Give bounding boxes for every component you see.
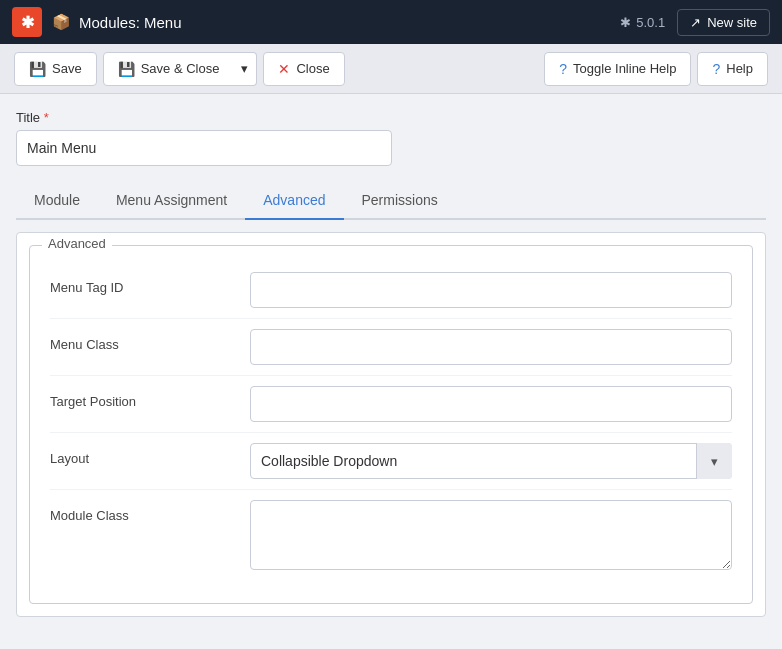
layout-label: Layout <box>50 443 250 466</box>
layout-row: Layout Collapsible Dropdown Default List… <box>50 433 732 490</box>
tab-permissions[interactable]: Permissions <box>344 182 456 220</box>
menu-class-field <box>250 329 732 365</box>
tab-module[interactable]: Module <box>16 182 98 220</box>
menu-tag-id-input[interactable] <box>250 272 732 308</box>
save-icon: 💾 <box>29 61 46 77</box>
save-label: Save <box>52 61 82 76</box>
version-number: 5.0.1 <box>636 15 665 30</box>
save-close-icon: 💾 <box>118 61 135 77</box>
title-label: Title * <box>16 110 766 125</box>
menu-class-row: Menu Class <box>50 319 732 376</box>
tab-advanced[interactable]: Advanced <box>245 182 343 220</box>
advanced-fieldset: Advanced Menu Tag ID Menu Class Target P… <box>29 245 753 604</box>
tab-menu-assignment[interactable]: Menu Assignment <box>98 182 245 220</box>
menu-tag-id-field <box>250 272 732 308</box>
module-class-label: Module Class <box>50 500 250 523</box>
new-site-button[interactable]: ↗ New site <box>677 9 770 36</box>
target-position-field <box>250 386 732 422</box>
target-position-label: Target Position <box>50 386 250 409</box>
module-icon: 📦 <box>52 13 71 31</box>
menu-tag-id-label: Menu Tag ID <box>50 272 250 295</box>
save-close-button[interactable]: 💾 Save & Close <box>103 52 235 86</box>
page-title: 📦 Modules: Menu <box>52 13 182 31</box>
save-button[interactable]: 💾 Save <box>14 52 97 86</box>
toggle-help-label: Toggle Inline Help <box>573 61 676 76</box>
required-indicator: * <box>44 110 49 125</box>
layout-field: Collapsible Dropdown Default List ▾ <box>250 443 732 479</box>
menu-class-input[interactable] <box>250 329 732 365</box>
layout-select-wrap: Collapsible Dropdown Default List ▾ <box>250 443 732 479</box>
menu-tag-id-row: Menu Tag ID <box>50 262 732 319</box>
module-class-field <box>250 500 732 573</box>
save-dropdown-button[interactable]: ▾ <box>233 52 257 86</box>
title-row: Title * <box>16 110 766 166</box>
close-button[interactable]: ✕ Close <box>263 52 344 86</box>
target-position-row: Target Position <box>50 376 732 433</box>
toggle-help-icon: ? <box>559 61 567 77</box>
version-info: ✱ 5.0.1 <box>620 15 665 30</box>
module-class-textarea[interactable] <box>250 500 732 570</box>
save-close-label: Save & Close <box>141 61 220 76</box>
help-button[interactable]: ? Help <box>697 52 768 86</box>
joomla-logo: ✱ <box>12 7 42 37</box>
toggle-inline-help-button[interactable]: ? Toggle Inline Help <box>544 52 691 86</box>
toolbar: 💾 Save 💾 Save & Close ▾ ✕ Close ? Toggle… <box>0 44 782 94</box>
close-icon: ✕ <box>278 61 290 77</box>
page-title-text: Modules: Menu <box>79 14 182 31</box>
main-content: Title * Module Menu Assignment Advanced … <box>0 94 782 633</box>
newsite-icon: ↗ <box>690 15 701 30</box>
title-input[interactable] <box>16 130 392 166</box>
logo-symbol: ✱ <box>21 13 34 32</box>
tab-bar: Module Menu Assignment Advanced Permissi… <box>16 182 766 220</box>
dropdown-icon: ▾ <box>241 61 248 76</box>
target-position-input[interactable] <box>250 386 732 422</box>
layout-select[interactable]: Collapsible Dropdown Default List <box>250 443 732 479</box>
advanced-legend: Advanced <box>42 236 112 251</box>
module-class-row: Module Class <box>50 490 732 583</box>
close-label: Close <box>296 61 329 76</box>
topbar: ✱ 📦 Modules: Menu ✱ 5.0.1 ↗ New site <box>0 0 782 44</box>
newsite-label: New site <box>707 15 757 30</box>
help-label: Help <box>726 61 753 76</box>
help-icon: ? <box>712 61 720 77</box>
version-icon: ✱ <box>620 15 631 30</box>
advanced-panel: Advanced Menu Tag ID Menu Class Target P… <box>16 232 766 617</box>
menu-class-label: Menu Class <box>50 329 250 352</box>
